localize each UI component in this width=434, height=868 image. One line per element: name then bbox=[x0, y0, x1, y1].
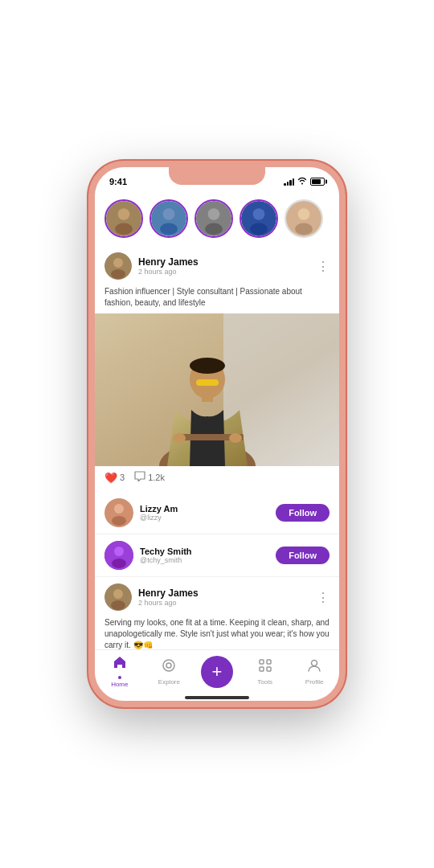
svg-point-29 bbox=[114, 504, 124, 514]
post-username: Henry James bbox=[138, 256, 199, 268]
suggestion-avatar bbox=[104, 541, 133, 570]
suggestion-info: Techy Smith @tchy_smith bbox=[140, 547, 192, 564]
home-active-dot bbox=[118, 676, 121, 679]
svg-point-1 bbox=[118, 208, 130, 220]
nav-label-home: Home bbox=[111, 681, 128, 688]
nav-item-tools[interactable]: Tools bbox=[248, 658, 283, 686]
svg-point-26 bbox=[173, 433, 186, 443]
svg-point-30 bbox=[112, 516, 126, 526]
tools-icon bbox=[258, 658, 272, 677]
svg-point-16 bbox=[113, 258, 123, 268]
suggestion-item: Techy Smith @tchy_smith Follow bbox=[95, 534, 339, 577]
suggestion-user: Techy Smith @tchy_smith bbox=[104, 541, 192, 570]
post-user-2: Henry James 2 hours ago bbox=[104, 583, 199, 611]
post-username-2: Henry James bbox=[138, 588, 199, 599]
svg-point-17 bbox=[111, 269, 125, 279]
nav-item-home[interactable]: Home bbox=[102, 655, 137, 688]
post-time: 2 hours ago bbox=[138, 268, 199, 276]
svg-point-37 bbox=[163, 660, 174, 671]
svg-point-24 bbox=[190, 358, 225, 374]
svg-point-14 bbox=[295, 223, 313, 235]
svg-rect-25 bbox=[196, 379, 219, 386]
nav-item-explore[interactable]: Explore bbox=[151, 658, 186, 686]
status-time: 9:41 bbox=[109, 177, 127, 186]
svg-point-35 bbox=[113, 589, 123, 599]
wifi-icon bbox=[297, 177, 307, 186]
add-icon: + bbox=[212, 661, 223, 682]
suggestion-item: Lizzy Am @lizzy Follow bbox=[95, 492, 339, 534]
svg-point-13 bbox=[298, 208, 310, 220]
svg-rect-40 bbox=[267, 660, 271, 664]
post-time-2: 2 hours ago bbox=[138, 599, 199, 607]
story-avatar[interactable] bbox=[104, 199, 143, 238]
comment-count: 1.2k bbox=[148, 473, 165, 482]
svg-point-4 bbox=[163, 208, 175, 220]
nav-label-explore: Explore bbox=[158, 678, 180, 686]
suggestions-section: Lizzy Am @lizzy Follow bbox=[95, 492, 339, 577]
post-header-2: Henry James 2 hours ago ⋮ bbox=[95, 577, 339, 617]
story-avatar[interactable] bbox=[240, 199, 278, 238]
suggestion-user: Lizzy Am @lizzy bbox=[104, 498, 178, 527]
nav-add-button[interactable]: + bbox=[201, 656, 233, 688]
suggestion-name: Techy Smith bbox=[140, 547, 192, 556]
svg-point-11 bbox=[250, 223, 268, 235]
post-caption-2: Serving my looks, one fit at a time. Kee… bbox=[95, 617, 339, 649]
suggestion-info: Lizzy Am @lizzy bbox=[140, 504, 178, 522]
svg-point-7 bbox=[208, 208, 220, 220]
status-icons bbox=[284, 177, 325, 186]
follow-button[interactable]: Follow bbox=[276, 547, 330, 564]
svg-point-38 bbox=[166, 663, 171, 668]
main-content: Henry James 2 hours ago ⋮ Fashion influe… bbox=[95, 191, 339, 649]
bottom-navigation: Home Explore + bbox=[95, 649, 339, 696]
battery-icon bbox=[310, 178, 325, 186]
post-info-2: Henry James 2 hours ago bbox=[138, 588, 199, 607]
svg-point-36 bbox=[111, 600, 125, 610]
post-menu-button-2[interactable]: ⋮ bbox=[317, 590, 330, 605]
follow-button[interactable]: Follow bbox=[276, 504, 330, 522]
story-avatar[interactable] bbox=[149, 199, 188, 238]
like-action[interactable]: ❤️ 3 bbox=[104, 472, 125, 484]
svg-rect-41 bbox=[260, 667, 264, 671]
comment-icon bbox=[134, 471, 145, 484]
post-avatar bbox=[104, 252, 132, 280]
svg-point-27 bbox=[229, 433, 242, 443]
suggestion-handle: @tchy_smith bbox=[140, 556, 192, 564]
svg-point-43 bbox=[312, 660, 317, 665]
heart-icon: ❤️ bbox=[104, 472, 117, 484]
story-avatar[interactable] bbox=[285, 199, 323, 238]
nav-label-tools: Tools bbox=[257, 678, 272, 686]
svg-point-10 bbox=[253, 208, 265, 220]
svg-rect-42 bbox=[267, 667, 271, 671]
svg-point-8 bbox=[205, 223, 223, 235]
post-image bbox=[95, 313, 339, 466]
like-count: 3 bbox=[120, 473, 125, 482]
post-avatar-2 bbox=[104, 583, 132, 611]
post-card: Henry James 2 hours ago ⋮ Fashion influe… bbox=[95, 246, 339, 489]
post-actions: ❤️ 3 1.2k bbox=[95, 466, 339, 489]
post-caption: Fashion influencer | Style consultant | … bbox=[95, 286, 339, 313]
svg-point-32 bbox=[114, 547, 124, 556]
svg-point-5 bbox=[160, 223, 178, 235]
svg-point-33 bbox=[112, 559, 126, 568]
story-avatar[interactable] bbox=[194, 199, 233, 238]
suggestion-name: Lizzy Am bbox=[140, 504, 178, 514]
post-card-2: Henry James 2 hours ago ⋮ Serving my loo… bbox=[95, 577, 339, 649]
svg-rect-39 bbox=[260, 660, 264, 664]
post-info: Henry James 2 hours ago bbox=[138, 256, 199, 276]
signal-bars-icon bbox=[284, 178, 294, 186]
post-user: Henry James 2 hours ago bbox=[104, 252, 199, 280]
suggestion-handle: @lizzy bbox=[140, 514, 178, 522]
svg-point-2 bbox=[115, 223, 133, 235]
post-menu-button[interactable]: ⋮ bbox=[317, 259, 330, 274]
home-indicator bbox=[185, 696, 249, 699]
comment-action[interactable]: 1.2k bbox=[134, 471, 165, 484]
stories-row bbox=[95, 191, 339, 246]
profile-icon bbox=[307, 658, 321, 677]
suggestion-avatar bbox=[104, 498, 133, 527]
nav-item-profile[interactable]: Profile bbox=[297, 658, 332, 686]
explore-icon bbox=[162, 658, 176, 677]
home-icon bbox=[113, 655, 127, 674]
nav-label-profile: Profile bbox=[305, 678, 324, 686]
post-header: Henry James 2 hours ago ⋮ bbox=[95, 246, 339, 286]
